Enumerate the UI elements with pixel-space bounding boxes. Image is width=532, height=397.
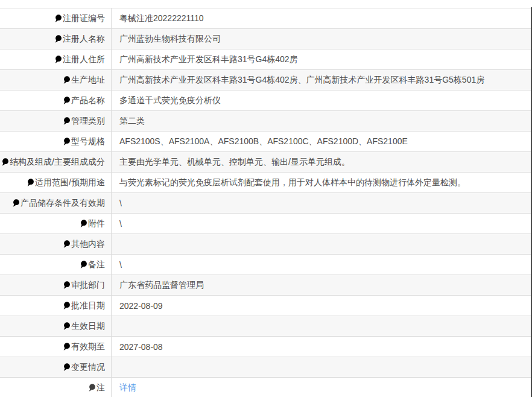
row-label: 注册证编号 (0, 8, 112, 28)
row-label-text: 附件 (88, 218, 105, 229)
row-label: 注册人住所 (0, 49, 112, 69)
row-label: 型号规格 (0, 132, 112, 151)
note-balloon-icon (80, 220, 87, 228)
table-row: 注册人住所 广州高新技术产业开发区科丰路31号G4栋402房 (0, 49, 532, 70)
row-label-text: 结构及组成/主要组成成分 (10, 157, 105, 168)
row-label-text: 注册证编号 (63, 13, 105, 24)
row-value: 粤械注准20222221110 (112, 8, 532, 28)
row-label-text: 有效期至 (71, 341, 105, 352)
note-balloon-icon (63, 322, 70, 331)
row-label: 适用范围/预期用途 (0, 173, 112, 192)
row-label-text: 注 (97, 383, 105, 393)
table-row: 批准日期 2022-08-09 (0, 296, 532, 316)
row-label-text: 生产地址 (71, 75, 105, 86)
table-row: 生效日期 (0, 316, 532, 337)
note-balloon-icon (63, 117, 70, 125)
table-row: 附件 \ (0, 214, 532, 234)
note-balloon-icon (63, 76, 70, 84)
row-label: 注册人名称 (0, 29, 112, 49)
note-balloon-icon (63, 343, 70, 351)
row-label: 变更情况 (0, 357, 112, 377)
note-balloon-icon (89, 384, 95, 392)
row-label-text: 批准日期 (71, 300, 105, 311)
row-label-text: 产品储存条件及有效期 (21, 198, 105, 209)
table-row: 注 详情 (0, 378, 532, 397)
table-row: 型号规格 AFS2100S、AFS2100A、AFS2100B、AFS2100C… (0, 132, 532, 152)
note-balloon-icon (63, 97, 70, 105)
row-value: 多通道干式荧光免疫分析仪 (112, 91, 532, 110)
row-label: 产品名称 (0, 91, 112, 110)
table-row: 产品名称 多通道干式荧光免疫分析仪 (0, 91, 532, 111)
row-label-text: 注册人住所 (63, 54, 105, 65)
table-row: 产品储存条件及有效期 \ (0, 193, 532, 214)
note-balloon-icon (80, 261, 87, 269)
note-balloon-icon (55, 56, 62, 64)
row-label-text: 注册人名称 (63, 34, 105, 45)
row-value: 2022-08-09 (112, 296, 532, 316)
table-row: 生产地址 广州高新技术产业开发区科丰路31号G4栋402房、广州高新技术产业开发… (0, 70, 532, 91)
row-label: 管理类别 (0, 111, 112, 131)
row-value: 第二类 (112, 111, 532, 131)
row-label-text: 其他内容 (71, 239, 105, 250)
row-label-text: 变更情况 (71, 362, 105, 373)
note-balloon-icon (63, 138, 70, 146)
note-balloon-icon (27, 179, 34, 187)
table-row: 备注 \ (0, 255, 532, 275)
row-label: 结构及组成/主要组成成分 (0, 152, 112, 172)
row-value: 2027-08-08 (112, 337, 532, 357)
row-value: 与荧光素标记的荧光免疫层析试剂配套使用，用于对人体样本中的待测物进行体外定量检测… (112, 173, 532, 192)
row-label-text: 管理类别 (71, 116, 105, 127)
row-value: \ (112, 255, 532, 275)
table-row: 管理类别 第二类 (0, 111, 532, 132)
row-label: 注 (0, 378, 112, 397)
row-label: 其他内容 (0, 234, 112, 254)
note-balloon-icon (63, 281, 70, 290)
row-label: 备注 (0, 255, 112, 275)
row-value: 主要由光学单元、机械单元、控制单元、输出/显示单元组成。 (112, 152, 532, 172)
row-label-text: 备注 (88, 259, 105, 270)
row-label: 审批部门 (0, 275, 112, 295)
row-value: \ (112, 214, 532, 233)
note-balloon-icon (63, 363, 70, 372)
row-label-text: 产品名称 (71, 95, 105, 106)
row-label: 批准日期 (0, 296, 112, 316)
table-row: 注册证编号 粤械注准20222221110 (0, 8, 532, 29)
row-label-text: 型号规格 (71, 136, 105, 147)
row-value: AFS2100S、AFS2100A、AFS2100B、AFS2100C、AFS2… (112, 132, 532, 151)
note-balloon-icon (55, 14, 62, 23)
row-value: 详情 (112, 378, 532, 397)
row-value: 广东省药品监督管理局 (112, 275, 532, 295)
row-value (112, 316, 532, 336)
note-balloon-icon (55, 35, 62, 43)
row-label-text: 生效日期 (71, 321, 105, 332)
row-value: 广州蓝勃生物科技有限公司 (112, 29, 532, 49)
registration-detail-table: 注册证编号 粤械注准20222221110 注册人名称 广州蓝勃生物科技有限公司 (0, 8, 532, 397)
table-row: 有效期至 2027-08-08 (0, 337, 532, 357)
table-row: 变更情况 (0, 357, 532, 378)
table-row: 审批部门 广东省药品监督管理局 (0, 275, 532, 296)
row-value: 广州高新技术产业开发区科丰路31号G4栋402房、广州高新技术产业开发区科丰路3… (112, 70, 532, 90)
row-value (112, 234, 532, 254)
note-balloon-icon (63, 302, 70, 310)
details-link[interactable]: 详情 (119, 383, 136, 393)
row-value: 广州高新技术产业开发区科丰路31号G4栋402房 (112, 49, 532, 69)
note-balloon-icon (63, 240, 70, 249)
row-value (112, 357, 532, 377)
note-balloon-icon (13, 199, 19, 208)
note-balloon-icon (2, 158, 8, 167)
row-label: 附件 (0, 214, 112, 233)
table-row: 其他内容 (0, 234, 532, 255)
row-label: 生产地址 (0, 70, 112, 90)
row-label-text: 审批部门 (71, 280, 105, 291)
table-row: 注册人名称 广州蓝勃生物科技有限公司 (0, 29, 532, 49)
table-row: 结构及组成/主要组成成分 主要由光学单元、机械单元、控制单元、输出/显示单元组成… (0, 152, 532, 173)
row-value: \ (112, 193, 532, 213)
row-label: 产品储存条件及有效期 (0, 193, 112, 213)
row-label-text: 适用范围/预期用途 (35, 177, 105, 188)
row-label: 生效日期 (0, 316, 112, 336)
table-row: 适用范围/预期用途 与荧光素标记的荧光免疫层析试剂配套使用，用于对人体样本中的待… (0, 173, 532, 193)
row-label: 有效期至 (0, 337, 112, 357)
